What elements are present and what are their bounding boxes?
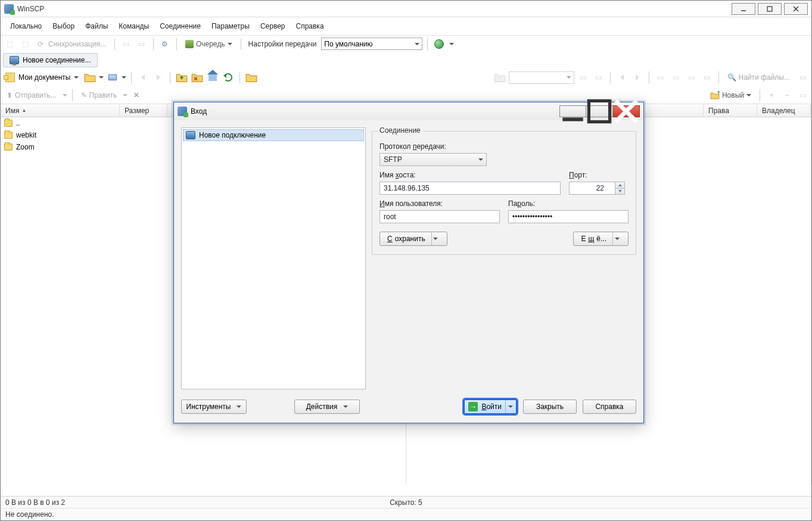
username-label: Имя пользователя: [379, 199, 500, 208]
queue-icon [185, 40, 194, 48]
minimize-button[interactable] [732, 3, 755, 15]
login-dropdown[interactable] [505, 400, 515, 413]
close-button[interactable]: Закрыть [523, 400, 577, 414]
toolbar-main: ⬚ ⬚ ⟳ Синхронизация... ▭ ▭ ⚙ Очередь Нас… [1, 35, 811, 52]
port-input[interactable] [569, 182, 615, 195]
col-name[interactable]: Имя ▲ [1, 104, 120, 117]
toolbar-icon-2[interactable]: ▭ [135, 38, 148, 51]
synchronize-button[interactable]: ⟳ Синхронизация... [34, 39, 110, 49]
filter-button[interactable] [106, 71, 119, 84]
chevron-down-icon[interactable] [449, 43, 454, 45]
transfer-preset-select[interactable]: По умолчанию [321, 38, 422, 50]
remote-root[interactable]: ▭ [670, 71, 683, 84]
maximize-button[interactable] [758, 3, 782, 15]
site-label: Новое подключение [199, 131, 266, 139]
remote-bookmark[interactable]: ▭ [796, 71, 809, 84]
remote-path-select[interactable] [509, 71, 574, 84]
groupbox-legend: Соединение [377, 126, 423, 135]
chevron-down-icon[interactable] [99, 76, 104, 79]
col-size[interactable]: Размер [120, 104, 167, 117]
home-button[interactable] [206, 71, 219, 84]
back-button[interactable] [136, 71, 150, 84]
remote-home[interactable]: ▭ [685, 71, 698, 84]
find-files-button[interactable]: 🔍 Найти файлы... [724, 72, 794, 83]
menu-session[interactable]: Соединение [155, 20, 206, 33]
port-spinner[interactable] [615, 182, 625, 195]
chevron-down-icon [228, 43, 232, 45]
dialog-titlebar[interactable]: Вход [174, 102, 643, 120]
remote-drive-select[interactable] [493, 71, 506, 84]
dialog-maximize-button[interactable] [586, 105, 613, 117]
status-connection: Не соединено. [5, 510, 54, 519]
gear-icon[interactable]: ⚙ [158, 38, 172, 51]
globe-button[interactable] [433, 38, 446, 51]
spinner-down[interactable] [615, 189, 624, 195]
new-button[interactable]: + Новый [707, 90, 755, 101]
edit-button[interactable]: ✎ Править [77, 90, 121, 101]
forward-button[interactable] [152, 71, 165, 84]
edit-icon: ✎ [81, 91, 87, 99]
chevron-down-icon[interactable] [122, 76, 126, 79]
col-owner[interactable]: Владелец [757, 104, 811, 117]
tab-new-connection[interactable]: Новое соединение... [3, 53, 98, 67]
remote-parent[interactable]: ▭ [654, 71, 667, 84]
plus-button[interactable]: + [765, 89, 778, 102]
remote-refresh[interactable]: ▭ [701, 71, 714, 84]
status-hidden: Скрыто: 5 [390, 498, 422, 507]
search-icon: 🔍 [727, 73, 736, 82]
queue-button[interactable]: Очередь [182, 39, 236, 49]
username-input[interactable] [379, 210, 500, 223]
tools-button[interactable]: Инструменты [181, 400, 247, 414]
menu-server[interactable]: Сервер [256, 20, 290, 33]
remote-back[interactable] [615, 71, 629, 84]
window-title: WinSCP [17, 5, 44, 13]
chevron-down-icon[interactable] [63, 94, 67, 96]
props-button[interactable]: ▭ [796, 89, 809, 102]
bookmark-button[interactable] [245, 71, 258, 84]
toolbar-icon-1[interactable]: ▭ [120, 38, 133, 51]
remote-open-folder[interactable]: ▭ [577, 71, 590, 84]
password-input[interactable] [508, 210, 629, 223]
save-dropdown[interactable] [431, 232, 440, 245]
advanced-button[interactable]: Ещё... [573, 232, 629, 246]
new-site-item[interactable]: Новое подключение [183, 129, 364, 141]
menu-help[interactable]: Справка [291, 20, 328, 33]
close-button[interactable] [784, 3, 808, 15]
dialog-close-button[interactable] [613, 105, 640, 117]
delete-x-button[interactable]: ✕ [130, 90, 143, 101]
tab-label: Новое соединение... [23, 56, 91, 64]
session-form: Соединение Протокол передачи: SFTP Имя х… [372, 127, 636, 389]
chevron-down-icon[interactable] [123, 94, 127, 96]
menu-files[interactable]: Файлы [80, 20, 113, 33]
arrow-right-icon [157, 74, 160, 80]
dialog-minimize-button[interactable] [559, 105, 586, 117]
advanced-dropdown[interactable] [612, 232, 621, 245]
login-button[interactable]: → Войти [463, 399, 517, 414]
local-drive-select[interactable]: Мои документы [3, 71, 81, 83]
spinner-up[interactable] [615, 182, 624, 189]
open-folder-button[interactable] [83, 71, 97, 84]
help-button[interactable]: Справка [583, 400, 636, 414]
upload-button[interactable]: ⬆ Отправить... [3, 90, 60, 101]
sites-list[interactable]: Новое подключение [181, 127, 366, 389]
folder-icon [4, 143, 13, 151]
remote-filter[interactable]: ▭ [592, 71, 605, 84]
refresh-button[interactable] [222, 71, 235, 84]
save-button[interactable]: Сохранить [379, 232, 447, 246]
sync-browse-icon[interactable]: ⬚ [3, 38, 16, 51]
menu-mark[interactable]: Выбор [48, 20, 79, 33]
protocol-select[interactable]: SFTP [379, 153, 487, 166]
file-name: Zoom [16, 143, 35, 151]
menu-options[interactable]: Параметры [207, 20, 254, 33]
minus-button[interactable]: − [780, 89, 794, 102]
col-rights[interactable]: Права [704, 104, 757, 117]
menu-local[interactable]: Локально [5, 20, 46, 33]
folder-icon [4, 132, 13, 139]
compare-icon[interactable]: ⬚ [18, 38, 32, 51]
parent-dir-button[interactable] [175, 71, 188, 84]
manage-button[interactable]: Действия [294, 400, 360, 414]
remote-forward[interactable] [631, 71, 644, 84]
menu-commands[interactable]: Команды [114, 20, 154, 33]
root-dir-button[interactable] [191, 71, 204, 84]
host-input[interactable] [379, 182, 561, 195]
